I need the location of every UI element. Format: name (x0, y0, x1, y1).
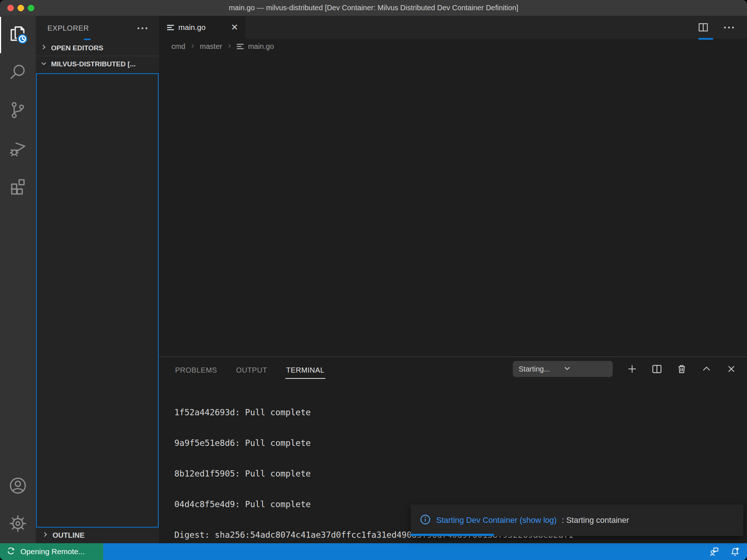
activity-item-explorer[interactable] (0, 16, 36, 54)
sidebar-progress-bar (84, 39, 90, 40)
terminal-picker-dropdown[interactable]: Starting... (513, 361, 613, 377)
explorer-more-actions-button[interactable] (135, 25, 150, 31)
source-control-branch-icon (8, 100, 28, 121)
notification-show-log-link[interactable]: Starting Dev Container (show log) (436, 516, 557, 525)
chevron-right-icon (227, 42, 232, 51)
chevron-right-icon (40, 43, 47, 52)
panel-tab-problems[interactable]: PROBLEMS (174, 359, 218, 379)
remote-status-label: Opening Remote... (20, 547, 85, 556)
section-label: OUTLINE (53, 531, 85, 540)
sync-icon (6, 546, 16, 557)
zoom-window-button[interactable] (28, 5, 34, 11)
window-title: main.go — milvus-distributed [Dev Contai… (229, 4, 518, 12)
terminal-line: 1f52a442693d: Pull complete (174, 407, 747, 417)
notification-toast: Starting Dev Container (show log) : Star… (411, 505, 743, 536)
chevron-down-icon (40, 60, 47, 69)
panel-tab-output[interactable]: OUTPUT (235, 359, 268, 379)
breadcrumb-item[interactable]: main.go (248, 42, 274, 51)
kill-terminal-trash-button[interactable] (676, 363, 687, 374)
tab-main-go[interactable]: main.go ✕ (159, 16, 245, 39)
go-file-icon (167, 25, 174, 30)
breadcrumb: cmd master main.go (159, 39, 747, 54)
explorer-sidebar: EXPLORER OPEN EDITORS MILVUS-DISTRIBUTED… (36, 16, 159, 543)
activity-bar (0, 16, 36, 543)
section-label: OPEN EDITORS (51, 44, 103, 52)
activity-item-settings[interactable] (0, 505, 36, 543)
gear-icon (8, 514, 28, 535)
split-terminal-button[interactable] (651, 363, 662, 374)
info-icon (419, 514, 431, 527)
traffic-lights (7, 5, 34, 11)
section-open-editors[interactable]: OPEN EDITORS (36, 40, 159, 56)
breadcrumb-item[interactable]: cmd (171, 42, 185, 51)
minimize-window-button[interactable] (18, 5, 24, 11)
chevron-down-icon (563, 364, 608, 374)
file-tree-area[interactable] (36, 73, 159, 528)
chevron-right-icon (42, 531, 49, 540)
notification-progress-bar (411, 534, 494, 536)
section-outline[interactable]: OUTLINE (36, 528, 159, 543)
activity-item-run-debug[interactable] (0, 130, 36, 168)
sidebar-title: EXPLORER (47, 24, 135, 32)
new-terminal-button[interactable] (627, 363, 638, 374)
close-panel-button[interactable] (726, 363, 737, 374)
activity-item-search[interactable] (0, 54, 36, 92)
status-bar: Opening Remote... (0, 543, 747, 560)
notification-message: : Starting container (562, 516, 629, 525)
maximize-panel-button[interactable] (701, 363, 712, 374)
title-bar: main.go — milvus-distributed [Dev Contai… (0, 0, 747, 16)
feedback-icon[interactable] (708, 546, 719, 557)
tab-close-icon[interactable]: ✕ (229, 22, 240, 32)
extensions-icon (8, 176, 28, 197)
editor-more-actions-button[interactable] (722, 24, 736, 31)
go-file-icon (237, 44, 244, 49)
chevron-right-icon (190, 42, 196, 51)
section-folder[interactable]: MILVUS-DISTRIBUTED [... (36, 56, 159, 72)
panel-tab-terminal[interactable]: TERMINAL (285, 359, 325, 379)
bell-dot-icon[interactable] (729, 546, 740, 557)
activity-item-account[interactable] (0, 467, 36, 505)
run-and-debug-icon (8, 138, 28, 159)
vscode-window: main.go — milvus-distributed [Dev Contai… (0, 0, 747, 560)
activity-item-extensions[interactable] (0, 168, 36, 206)
editor-group: main.go ✕ cmd master main.go (159, 16, 747, 543)
account-icon (8, 476, 28, 497)
close-window-button[interactable] (7, 5, 14, 11)
tab-bar: main.go ✕ (159, 16, 747, 39)
terminal-line: 8b12ed1f5905: Pull complete (174, 468, 747, 479)
terminal-picker-value: Starting... (519, 365, 563, 373)
terminal-line: 9a9f5e51e8d6: Pull complete (174, 438, 747, 448)
files-with-clock-badge-icon (7, 24, 28, 46)
activity-item-source-control[interactable] (0, 92, 36, 130)
breadcrumb-item[interactable]: master (200, 42, 222, 51)
tab-label: main.go (178, 23, 225, 32)
remote-indicator[interactable]: Opening Remote... (0, 543, 103, 560)
split-editor-button[interactable] (698, 22, 709, 33)
search-icon (8, 62, 28, 83)
section-label: MILVUS-DISTRIBUTED [... (51, 60, 136, 68)
